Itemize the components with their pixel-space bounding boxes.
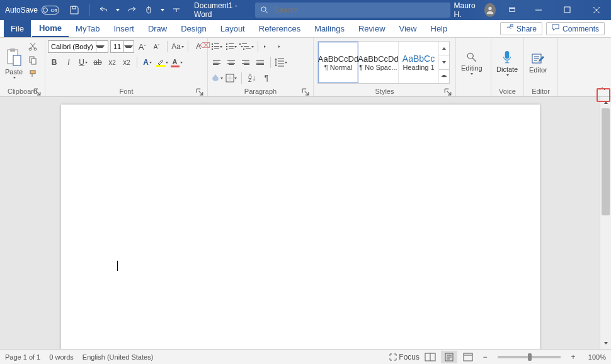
font-color-icon[interactable]: A <box>170 56 183 69</box>
search-input[interactable] <box>274 6 445 14</box>
style-normal[interactable]: AaBbCcDd ¶ Normal <box>318 42 358 83</box>
page[interactable] <box>61 105 540 364</box>
highlight-color-icon[interactable] <box>156 56 168 69</box>
tab-home[interactable]: Home <box>32 20 69 37</box>
format-painter-icon[interactable] <box>26 67 39 80</box>
shading-icon[interactable] <box>210 72 223 84</box>
clipboard-launcher-icon[interactable] <box>33 88 41 96</box>
tab-review[interactable]: Review <box>351 20 392 37</box>
page-indicator[interactable]: Page 1 of 1 <box>5 353 40 361</box>
zoom-out-icon[interactable]: − <box>479 351 491 363</box>
line-spacing-icon[interactable] <box>275 56 287 69</box>
read-mode-icon[interactable] <box>422 351 438 363</box>
toggle-switch[interactable]: Off <box>42 6 59 14</box>
numbering-icon[interactable] <box>225 40 237 53</box>
zoom-in-icon[interactable]: + <box>567 351 580 363</box>
increase-indent-icon[interactable] <box>277 40 289 53</box>
editing-button[interactable]: Editing <box>459 40 485 86</box>
svg-point-1 <box>261 6 265 11</box>
borders-icon[interactable] <box>225 72 237 84</box>
search-box[interactable] <box>255 3 450 18</box>
tab-mailings[interactable]: Mailings <box>307 20 351 37</box>
user-account[interactable]: Mauro H. <box>450 1 500 19</box>
tab-mytab[interactable]: MyTab <box>69 20 106 37</box>
language-indicator[interactable]: English (United States) <box>83 353 154 361</box>
decrease-indent-icon[interactable] <box>262 40 275 53</box>
show-hide-icon[interactable]: ¶ <box>260 72 273 84</box>
styles-launcher-icon[interactable] <box>444 88 452 96</box>
bullets-icon[interactable] <box>210 40 223 53</box>
vertical-scrollbar[interactable] <box>600 97 611 349</box>
paragraph-launcher-icon[interactable] <box>302 88 309 96</box>
font-size-combo[interactable]: 11 <box>110 40 134 53</box>
italic-button[interactable]: I <box>62 56 75 69</box>
print-layout-icon[interactable] <box>441 351 457 363</box>
zoom-slider[interactable] <box>498 356 561 358</box>
style-heading1[interactable]: AaBbCc Heading 1 <box>399 42 439 83</box>
qat-customize-icon[interactable] <box>171 5 181 15</box>
tab-help[interactable]: Help <box>424 20 455 37</box>
align-left-icon[interactable] <box>210 56 223 69</box>
align-center-icon[interactable] <box>225 56 237 69</box>
ribbon-display-options-icon[interactable] <box>500 0 524 20</box>
scroll-track[interactable] <box>600 108 611 338</box>
font-family-combo[interactable]: Calibri (Body) <box>48 40 108 53</box>
svg-rect-3 <box>509 8 514 12</box>
tab-draw[interactable]: Draw <box>141 20 174 37</box>
tab-view[interactable]: View <box>392 20 424 37</box>
editor-button[interactable]: Editor <box>527 40 550 86</box>
tab-file[interactable]: File <box>4 20 31 37</box>
zoom-handle[interactable] <box>528 353 532 361</box>
maximize-button[interactable] <box>553 0 582 20</box>
cut-icon[interactable] <box>26 40 39 52</box>
font-launcher-icon[interactable] <box>196 88 203 96</box>
bold-button[interactable]: B <box>48 56 60 69</box>
word-count[interactable]: 0 words <box>49 353 74 361</box>
minimize-button[interactable] <box>524 0 553 20</box>
gallery-more-icon[interactable] <box>439 70 449 83</box>
clear-formatting-icon[interactable]: A⌫ <box>192 40 205 53</box>
scroll-thumb[interactable] <box>602 108 610 215</box>
shrink-font-icon[interactable]: A˅ <box>151 40 163 53</box>
quick-access-toolbar <box>64 4 186 16</box>
focus-mode-button[interactable]: Focus <box>389 351 420 363</box>
strikethrough-button[interactable]: ab <box>91 56 104 69</box>
style-no-spacing[interactable]: AaBbCcDd ¶ No Spac... <box>358 42 399 83</box>
change-case-icon[interactable]: Aa <box>171 40 184 53</box>
text-effects-icon[interactable]: A <box>141 56 154 69</box>
copy-icon[interactable] <box>26 54 39 66</box>
tab-layout[interactable]: Layout <box>214 20 252 37</box>
scroll-down-icon[interactable] <box>600 338 611 349</box>
window-title: Document1 - Word <box>186 1 255 19</box>
sort-icon[interactable]: AZ↓ <box>246 72 258 84</box>
align-right-icon[interactable] <box>239 56 252 69</box>
tab-insert[interactable]: Insert <box>106 20 141 37</box>
touch-mouse-icon[interactable] <box>144 5 154 15</box>
grow-font-icon[interactable]: A˄ <box>136 40 149 53</box>
share-button[interactable]: Share <box>500 22 542 35</box>
document-area <box>0 97 611 349</box>
paste-button[interactable]: Paste <box>3 40 25 86</box>
comments-button[interactable]: Comments <box>546 22 605 35</box>
subscript-button[interactable]: x2 <box>106 56 118 69</box>
window-controls <box>524 0 611 20</box>
close-button[interactable] <box>582 0 611 20</box>
styles-gallery[interactable]: AaBbCcDd ¶ Normal AaBbCcDd ¶ No Spac... … <box>317 41 450 84</box>
redo-icon[interactable] <box>127 5 137 15</box>
ribbon-tabs: File Home MyTab Insert Draw Design Layou… <box>0 20 611 38</box>
underline-button[interactable]: U <box>77 56 89 69</box>
gallery-up-icon[interactable] <box>439 42 449 55</box>
ribbon: Paste Clipboard Calibri (Body) 11 A˄ A˅ … <box>0 38 611 97</box>
gallery-down-icon[interactable] <box>439 55 449 69</box>
multilevel-list-icon[interactable] <box>239 40 254 53</box>
web-layout-icon[interactable] <box>460 351 476 363</box>
undo-icon[interactable] <box>99 5 109 15</box>
tab-references[interactable]: References <box>252 20 307 37</box>
save-icon[interactable] <box>69 5 79 15</box>
tab-design[interactable]: Design <box>174 20 213 37</box>
zoom-level[interactable]: 100% <box>582 353 606 361</box>
dictate-button[interactable]: Dictate <box>494 40 520 86</box>
justify-icon[interactable] <box>254 56 266 69</box>
superscript-button[interactable]: x2 <box>120 56 133 69</box>
autosave-toggle[interactable]: AutoSave Off <box>0 6 64 14</box>
